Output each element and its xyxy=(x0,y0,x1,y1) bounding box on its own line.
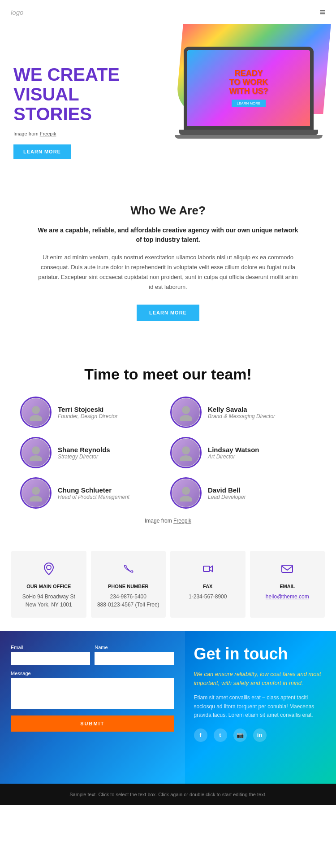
team-freepik-link[interactable]: Freepik xyxy=(173,518,191,524)
member-name: Lindsay Watson xyxy=(208,446,259,454)
member-info: Chung Schlueter Head of Product Manageme… xyxy=(58,486,129,500)
member-info: Terri Stojceski Founder, Design Director xyxy=(58,406,117,419)
get-in-touch-info: Get in touch We can ensure reliability, … xyxy=(185,631,336,784)
svg-point-0 xyxy=(32,406,40,414)
svg-point-12 xyxy=(47,565,51,570)
svg-point-3 xyxy=(180,415,192,421)
svg-rect-13 xyxy=(203,566,210,571)
contact-value-3: hello@theme.com xyxy=(256,593,319,601)
avatar-circle xyxy=(20,477,52,509)
contact-icon-3 xyxy=(256,562,319,579)
team-member: Shane Reynolds Strategy Director xyxy=(20,437,166,468)
email-link[interactable]: hello@theme.com xyxy=(266,593,309,600)
laptop-learn-more-button[interactable]: LEARN MORE xyxy=(232,100,266,107)
laptop-base xyxy=(179,130,318,135)
team-grid: Terri Stojceski Founder, Design Director… xyxy=(20,397,316,509)
get-in-touch-title: Get in touch xyxy=(194,645,327,663)
laptop-screen: READYTO WORKWITH US? LEARN MORE xyxy=(187,50,310,126)
freepik-link[interactable]: Freepik xyxy=(40,131,56,136)
avatar-circle xyxy=(170,437,202,468)
logo: logo xyxy=(11,9,23,16)
member-info: Shane Reynolds Strategy Director xyxy=(58,446,110,460)
avatar-circle xyxy=(20,437,52,468)
laptop-screen-text: READYTO WORKWITH US? xyxy=(229,69,268,96)
hero-title: WE CREATE VISUAL STORIES xyxy=(13,65,162,124)
hero-image-credit: Image from Freepik xyxy=(13,131,162,136)
laptop-screen-outer: READYTO WORKWITH US? LEARN MORE xyxy=(184,47,314,130)
avatar-circle xyxy=(170,397,202,428)
email-input[interactable] xyxy=(11,652,90,665)
hero-text: WE CREATE VISUAL STORIES Image from Free… xyxy=(13,38,162,159)
member-name: Shane Reynolds xyxy=(58,446,110,454)
contact-card: OUR MAIN OFFICE SoHo 94 Broadway StNew Y… xyxy=(11,551,86,618)
team-title: Time to meet our team! xyxy=(13,366,323,383)
member-name: Terri Stojceski xyxy=(58,406,117,413)
member-info: Lindsay Watson Art Director xyxy=(208,446,259,460)
footer: Sample text. Click to select the text bo… xyxy=(0,784,336,805)
hero-learn-more-button[interactable]: LEARN MORE xyxy=(13,144,71,159)
contact-label-1: PHONE NUMBER xyxy=(97,584,160,589)
member-role: Art Director xyxy=(208,454,259,460)
laptop-stand xyxy=(175,135,323,139)
contact-card: EMAIL hello@theme.com xyxy=(250,551,325,618)
avatar xyxy=(172,439,200,467)
team-member: Lindsay Watson Art Director xyxy=(170,437,316,468)
contact-icon-2 xyxy=(177,562,239,579)
member-role: Strategy Director xyxy=(58,454,110,460)
email-label: Email xyxy=(11,645,90,650)
contact-icon-1 xyxy=(97,562,160,579)
contact-value-1: 234-9876-5400888-0123-4567 (Toll Free) xyxy=(97,593,160,609)
menu-icon[interactable]: ≡ xyxy=(319,6,325,18)
who-title: Who We Are? xyxy=(36,204,300,218)
who-we-are-section: Who We Are? We are a capable, reliable, … xyxy=(0,177,336,343)
svg-point-5 xyxy=(30,455,42,461)
team-image-credit: Image from Freepik xyxy=(13,518,323,524)
member-name: Kelly Savala xyxy=(208,406,275,413)
message-textarea[interactable] xyxy=(11,678,174,709)
get-in-touch-section: Email Name Message SUBMIT Get in touch W… xyxy=(0,631,336,784)
svg-point-1 xyxy=(30,415,42,421)
member-role: Founder, Design Director xyxy=(58,413,117,419)
laptop-mockup: READYTO WORKWITH US? LEARN MORE xyxy=(184,47,323,139)
message-label: Message xyxy=(11,671,174,676)
contact-value-0: SoHo 94 Broadway StNew York, NY 1001 xyxy=(17,593,80,609)
name-group: Name xyxy=(95,645,174,665)
team-member: Terri Stojceski Founder, Design Director xyxy=(20,397,166,428)
member-role: Head of Product Management xyxy=(58,494,129,500)
name-label: Name xyxy=(95,645,174,650)
hero-section: WE CREATE VISUAL STORIES Image from Free… xyxy=(0,24,336,177)
contact-cards: OUR MAIN OFFICE SoHo 94 Broadway StNew Y… xyxy=(0,537,336,631)
footer-text: Sample text. Click to select the text bo… xyxy=(69,792,267,797)
member-info: Kelly Savala Brand & Messaging Director xyxy=(208,406,275,419)
instagram-icon[interactable]: 📷 xyxy=(233,728,247,742)
svg-point-6 xyxy=(182,446,190,454)
contact-card: FAX 1-234-567-8900 xyxy=(170,551,246,618)
email-group: Email xyxy=(11,645,90,665)
twitter-icon[interactable]: t xyxy=(214,728,227,742)
member-role: Brand & Messaging Director xyxy=(208,413,275,419)
contact-label-3: EMAIL xyxy=(256,584,319,589)
avatar-circle xyxy=(170,477,202,509)
avatar xyxy=(22,479,50,507)
who-learn-more-button[interactable]: LEARN MORE xyxy=(137,305,199,321)
contact-label-2: FAX xyxy=(177,584,239,589)
who-bold-text: We are a capable, reliable, and affordab… xyxy=(36,226,300,244)
submit-button[interactable]: SUBMIT xyxy=(11,715,174,732)
svg-point-2 xyxy=(182,406,190,414)
name-input[interactable] xyxy=(95,652,174,665)
avatar-circle xyxy=(20,397,52,428)
who-body-text: Ut enim ad minim veniam, quis nostrud ex… xyxy=(36,253,300,292)
social-icons: f t 📷 in xyxy=(194,728,327,742)
svg-point-4 xyxy=(32,446,40,454)
member-role: Lead Developer xyxy=(208,494,246,500)
facebook-icon[interactable]: f xyxy=(194,728,207,742)
get-in-touch-body: Etiam sit amet convallis erat – class ap… xyxy=(194,694,327,720)
contact-icon-0 xyxy=(17,562,80,579)
member-name: Chung Schlueter xyxy=(58,486,129,494)
team-member: David Bell Lead Developer xyxy=(170,477,316,509)
member-name: David Bell xyxy=(208,486,246,494)
svg-point-8 xyxy=(32,487,40,495)
member-info: David Bell Lead Developer xyxy=(208,486,246,500)
team-member: Chung Schlueter Head of Product Manageme… xyxy=(20,477,166,509)
linkedin-icon[interactable]: in xyxy=(253,728,267,742)
